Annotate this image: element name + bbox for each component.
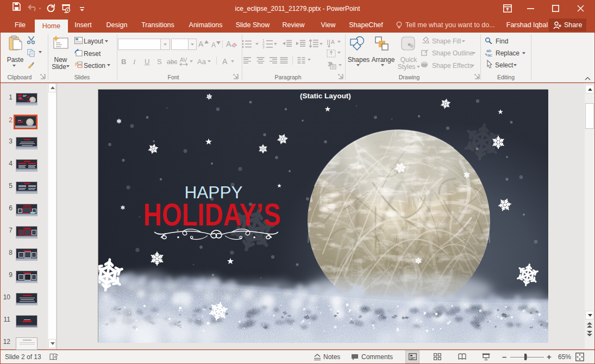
svg-text:A: A xyxy=(331,39,335,45)
svg-text:(Static Layout): (Static Layout) xyxy=(300,92,351,100)
svg-text:ac: ac xyxy=(487,53,492,57)
svg-text:3: 3 xyxy=(262,45,265,49)
svg-text:HOLIDAY’S: HOLIDAY’S xyxy=(143,197,281,232)
